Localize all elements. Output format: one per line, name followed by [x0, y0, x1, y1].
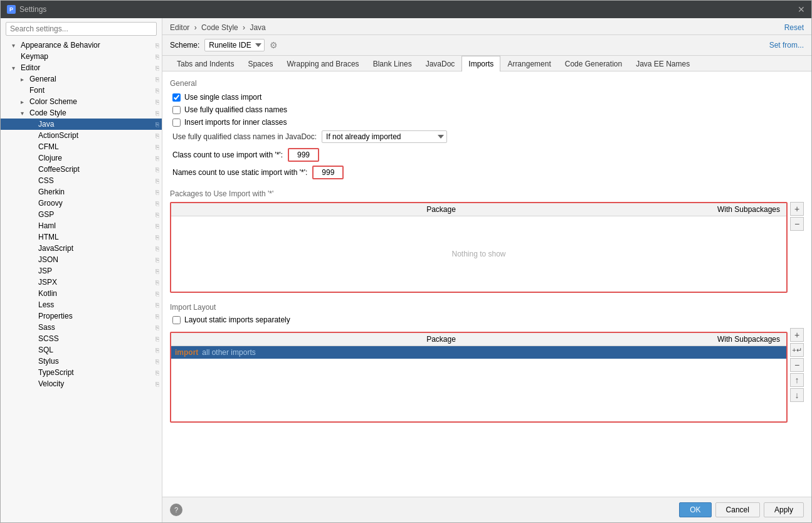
sidebar-item-sass[interactable]: Sass⎘: [1, 322, 162, 333]
copy-icon-json: ⎘: [156, 256, 159, 263]
packages-section-title: Packages to Use Import with '*': [170, 189, 804, 198]
sidebar-item-json[interactable]: JSON⎘: [1, 254, 162, 265]
sidebar-label-keymap: Keymap: [21, 52, 153, 61]
import-move-down-btn[interactable]: ↓: [790, 388, 804, 402]
sidebar-label-appearance-behavior: Appearance & Behavior: [21, 41, 153, 50]
sidebar-label-font: Font: [29, 86, 153, 95]
import-add-btn[interactable]: +: [790, 328, 804, 342]
sidebar-item-javascript[interactable]: JavaScript⎘: [1, 243, 162, 254]
scheme-select[interactable]: Runelite IDE Default IDE Project: [204, 39, 265, 51]
tab-blank-lines[interactable]: Blank Lines: [366, 56, 419, 71]
tree-expand-icon: ▾: [12, 65, 18, 71]
tab-javadoc[interactable]: JavaDoc: [419, 56, 462, 71]
sidebar-item-gsp[interactable]: GSP⎘: [1, 209, 162, 220]
content-area: ▾Appearance & Behavior⎘ Keymap⎘▾Editor⎘▸…: [1, 18, 811, 522]
import-move-up-btn[interactable]: ↑: [790, 373, 804, 387]
copy-icon-jsp: ⎘: [156, 268, 159, 275]
sidebar-label-html: HTML: [38, 233, 153, 241]
sidebar-item-general[interactable]: ▸General⎘: [1, 73, 162, 85]
packages-section: Packages to Use Import with '*' Package …: [170, 189, 804, 293]
layout-static-row: Layout static imports separately: [170, 315, 804, 324]
layout-static-checkbox[interactable]: [172, 316, 181, 324]
layout-static-label[interactable]: Layout static imports separately: [184, 315, 290, 324]
sidebar-item-groovy[interactable]: Groovy⎘: [1, 198, 162, 209]
sidebar-item-velocity[interactable]: Velocity⎘: [1, 378, 162, 389]
sidebar-item-gherkin[interactable]: Gherkin⎘: [1, 186, 162, 198]
copy-icon-groovy: ⎘: [156, 200, 159, 207]
packages-action-btns: + −: [790, 202, 804, 231]
sidebar-item-jsp[interactable]: JSP⎘: [1, 265, 162, 277]
copy-icon-general: ⎘: [156, 76, 159, 83]
sidebar-item-editor[interactable]: ▾Editor⎘: [1, 62, 162, 73]
names-count-input[interactable]: [312, 166, 344, 179]
single-class-checkbox[interactable]: [172, 93, 181, 102]
sidebar-item-typescript[interactable]: TypeScript⎘: [1, 367, 162, 378]
cancel-button[interactable]: Cancel: [715, 502, 760, 517]
gear-icon[interactable]: ⚙: [270, 40, 278, 50]
sidebar-label-groovy: Groovy: [38, 199, 153, 208]
sidebar-item-color-scheme[interactable]: ▸Color Scheme⎘: [1, 96, 162, 107]
sidebar-item-less[interactable]: Less⎘: [1, 299, 162, 310]
sidebar-item-java[interactable]: Java⎘: [1, 119, 162, 130]
set-from-link[interactable]: Set from...: [769, 41, 804, 50]
packages-add-btn[interactable]: +: [790, 202, 804, 216]
sidebar-item-scss[interactable]: SCSS⎘: [1, 333, 162, 344]
import-layout-table-container: Package With Subpackages import all othe…: [170, 328, 804, 423]
breadcrumb-sep1: ›: [194, 23, 199, 32]
tab-java-ee-names[interactable]: Java EE Names: [629, 56, 697, 71]
sidebar-item-properties[interactable]: Properties⎘: [1, 310, 162, 322]
tab-arrangement[interactable]: Arrangement: [500, 56, 557, 71]
sidebar-item-haml[interactable]: Haml⎘: [1, 220, 162, 231]
tree-expand-icon: ▾: [21, 110, 27, 117]
insert-inner-label[interactable]: Insert imports for inner classes: [184, 118, 287, 127]
javadoc-field-select[interactable]: If not already imported Always Never: [322, 130, 447, 143]
main-header: Editor › Code Style › Java Reset: [162, 18, 811, 35]
sidebar-item-cfml[interactable]: CFML⎘: [1, 141, 162, 152]
import-remove-btn[interactable]: −: [790, 358, 804, 372]
title-bar: P Settings ✕: [1, 1, 811, 18]
apply-button[interactable]: Apply: [764, 502, 804, 517]
sidebar-item-coffeescript[interactable]: CoffeeScript⎘: [1, 164, 162, 175]
ok-button[interactable]: OK: [679, 502, 711, 517]
fully-qualified-label[interactable]: Use fully qualified class names: [184, 105, 287, 114]
sidebar-label-actionscript: ActionScript: [38, 131, 153, 140]
packages-remove-btn[interactable]: −: [790, 217, 804, 231]
breadcrumb: Editor › Code Style › Java: [170, 23, 266, 32]
help-button[interactable]: ?: [170, 504, 182, 516]
sidebar-item-html[interactable]: HTML⎘: [1, 231, 162, 243]
sidebar-label-velocity: Velocity: [38, 379, 153, 388]
tab-spaces[interactable]: Spaces: [241, 56, 280, 71]
packages-table-container: Package With Subpackages Nothing to show…: [170, 202, 804, 293]
sidebar-item-keymap[interactable]: Keymap⎘: [1, 51, 162, 62]
sidebar-item-font[interactable]: Font⎘: [1, 85, 162, 96]
sidebar-item-clojure[interactable]: Clojure⎘: [1, 152, 162, 164]
sidebar-item-stylus[interactable]: Stylus⎘: [1, 356, 162, 367]
tab-wrapping-braces[interactable]: Wrapping and Braces: [280, 56, 366, 71]
import-add-newline-btn[interactable]: +↵: [790, 343, 804, 357]
import-layout-table-inner: Package With Subpackages import all othe…: [170, 328, 788, 423]
close-icon[interactable]: ✕: [798, 4, 805, 14]
tab-tabs-indents[interactable]: Tabs and Indents: [170, 56, 241, 71]
checkbox-fully-qualified: Use fully qualified class names: [170, 105, 804, 114]
class-count-input[interactable]: [288, 148, 319, 162]
sidebar-item-sql[interactable]: SQL⎘: [1, 344, 162, 356]
sidebar-item-appearance-behavior[interactable]: ▾Appearance & Behavior⎘: [1, 40, 162, 51]
insert-inner-checkbox[interactable]: [172, 119, 181, 127]
sidebar-item-kotlin[interactable]: Kotlin⎘: [1, 288, 162, 299]
import-table-header: Package With Subpackages: [171, 333, 786, 346]
sidebar-item-jspx[interactable]: JSPX⎘: [1, 277, 162, 288]
reset-button[interactable]: Reset: [784, 23, 804, 32]
sidebar-item-code-style[interactable]: ▾Code Style⎘: [1, 107, 162, 119]
app-icon: P: [7, 5, 16, 14]
search-input[interactable]: [6, 22, 157, 36]
import-row-selected[interactable]: import all other imports: [171, 346, 786, 359]
tab-code-generation[interactable]: Code Generation: [558, 56, 629, 71]
tab-imports[interactable]: Imports: [461, 56, 500, 71]
sidebar-item-css[interactable]: CSS⎘: [1, 175, 162, 186]
sidebar-label-code-style: Code Style: [29, 108, 153, 117]
copy-icon-keymap: ⎘: [156, 53, 159, 60]
fully-qualified-checkbox[interactable]: [172, 106, 181, 114]
single-class-label[interactable]: Use single class import: [184, 93, 261, 102]
sidebar-item-actionscript[interactable]: ActionScript⎘: [1, 130, 162, 141]
sidebar-label-color-scheme: Color Scheme: [29, 97, 153, 106]
